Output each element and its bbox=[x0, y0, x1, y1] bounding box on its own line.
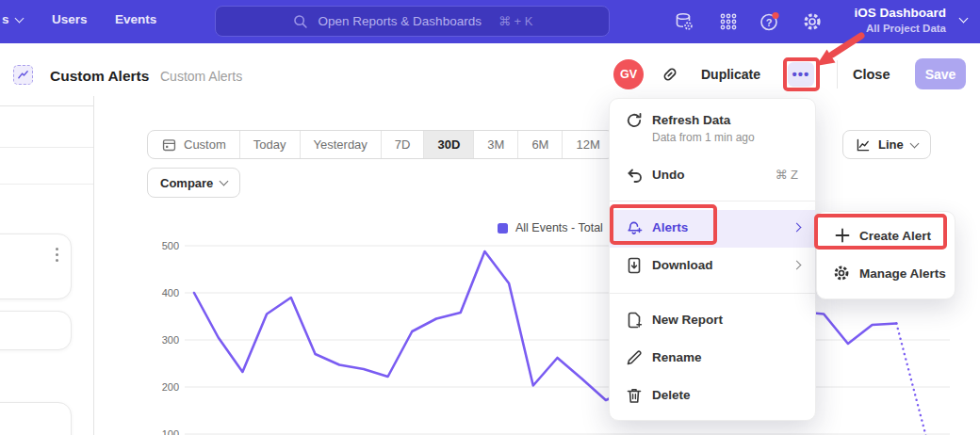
nav-truncated-label: s bbox=[2, 12, 9, 26]
more-options-button[interactable]: ••• bbox=[788, 62, 814, 87]
submenu-label-create-alert: Create Alert bbox=[859, 229, 931, 243]
page-title: Custom Alerts bbox=[50, 68, 149, 85]
line-chart-icon bbox=[856, 137, 871, 153]
close-button[interactable]: Close bbox=[853, 67, 890, 82]
sidebar-divider bbox=[0, 184, 93, 185]
sidebar-card[interactable] bbox=[0, 402, 72, 435]
project-selector[interactable]: iOS Dashboard All Project Data bbox=[854, 6, 946, 34]
chevron-down-icon bbox=[220, 177, 229, 186]
chart-type-button[interactable]: Line bbox=[842, 130, 931, 159]
range-30d-selected[interactable]: 30D bbox=[423, 131, 473, 158]
search-icon bbox=[292, 13, 309, 30]
range-6m[interactable]: 6M bbox=[517, 131, 562, 158]
rename-pencil-icon bbox=[625, 348, 644, 367]
new-report-icon bbox=[625, 311, 644, 330]
range-12m[interactable]: 12M bbox=[562, 131, 612, 158]
sidebar-card[interactable] bbox=[0, 234, 72, 299]
svg-text:?: ? bbox=[766, 17, 773, 28]
range-3m[interactable]: 3M bbox=[473, 131, 517, 158]
sidebar-divider bbox=[0, 147, 93, 148]
date-range-segmented-control: Custom Today Yesterday 7D 30D 3M 6M 12M bbox=[147, 130, 614, 159]
svg-text:500: 500 bbox=[162, 240, 179, 251]
sidebar-divider bbox=[0, 105, 93, 106]
svg-text:300: 300 bbox=[162, 334, 179, 346]
search-shortcut: ⌘ + K bbox=[498, 14, 533, 28]
menu-shortcut-undo: ⌘ Z bbox=[775, 168, 798, 182]
save-button[interactable]: Save bbox=[915, 58, 966, 89]
sidebar-right-border bbox=[93, 95, 94, 435]
svg-text:200: 200 bbox=[162, 381, 179, 393]
compare-label: Compare bbox=[160, 176, 213, 190]
report-options-menu: Refresh Data Data from 1 min ago Undo ⌘ … bbox=[609, 98, 816, 421]
chevron-down-icon bbox=[909, 138, 919, 148]
menu-label-new-report: New Report bbox=[652, 313, 723, 327]
header-divider bbox=[837, 60, 838, 89]
refresh-icon bbox=[625, 111, 644, 130]
alerts-bell-icon bbox=[625, 218, 644, 237]
chevron-down-icon bbox=[14, 13, 24, 23]
menu-divider bbox=[610, 293, 815, 294]
project-chevron-icon[interactable] bbox=[959, 14, 969, 24]
compare-button[interactable]: Compare bbox=[147, 168, 240, 198]
range-7d[interactable]: 7D bbox=[381, 131, 424, 158]
nav-item-truncated[interactable]: s bbox=[2, 12, 23, 26]
report-type-icon bbox=[13, 65, 33, 85]
menu-label-undo: Undo bbox=[652, 168, 685, 182]
settings-gear-icon[interactable] bbox=[801, 10, 824, 33]
search-placeholder: Open Reports & Dashboards bbox=[318, 14, 482, 28]
range-label: Custom bbox=[184, 137, 226, 152]
legend-label: All Events - Total bbox=[515, 221, 603, 234]
kebab-menu-icon[interactable] bbox=[56, 248, 58, 262]
app-window: 500400300200100 All Events - Total s Use… bbox=[0, 0, 980, 435]
legend-marker bbox=[498, 223, 508, 234]
share-link-icon[interactable] bbox=[661, 65, 679, 84]
apps-grid-icon[interactable] bbox=[717, 10, 740, 33]
menu-label-delete: Delete bbox=[652, 388, 691, 402]
menu-label-rename: Rename bbox=[652, 350, 702, 364]
plus-icon bbox=[833, 226, 852, 245]
sidebar-card[interactable] bbox=[0, 311, 72, 350]
submenu-label-manage-alerts: Manage Alerts bbox=[859, 266, 946, 281]
menu-subtitle-refresh: Data from 1 min ago bbox=[652, 131, 755, 144]
menu-label-alerts: Alerts bbox=[652, 220, 688, 234]
calendar-icon bbox=[161, 137, 177, 153]
range-custom[interactable]: Custom bbox=[148, 131, 239, 158]
range-today[interactable]: Today bbox=[239, 131, 300, 158]
download-icon bbox=[625, 256, 644, 275]
alerts-submenu: Create Alert Manage Alerts bbox=[816, 211, 956, 299]
menu-divider bbox=[610, 201, 815, 201]
undo-icon bbox=[625, 166, 644, 185]
duplicate-button[interactable]: Duplicate bbox=[701, 67, 760, 82]
chart-legend: All Events - Total bbox=[498, 221, 603, 234]
help-icon[interactable]: ? bbox=[759, 10, 781, 33]
nav-item-events[interactable]: Events bbox=[115, 12, 156, 26]
delete-trash-icon bbox=[625, 386, 644, 405]
avatar[interactable]: GV bbox=[613, 59, 644, 89]
nav-item-users[interactable]: Users bbox=[52, 12, 88, 26]
data-management-icon[interactable] bbox=[673, 10, 695, 33]
svg-text:100: 100 bbox=[162, 428, 179, 435]
search-input[interactable]: Open Reports & Dashboards ⌘ + K bbox=[215, 6, 610, 37]
notification-dot bbox=[772, 12, 778, 19]
menu-label-download: Download bbox=[652, 258, 713, 272]
breadcrumb: Custom Alerts bbox=[160, 69, 242, 84]
chart-type-label: Line bbox=[878, 137, 904, 152]
svg-text:400: 400 bbox=[162, 287, 179, 298]
top-nav-bar: s Users Events Open Reports & Dashboards… bbox=[0, 0, 980, 43]
project-name: iOS Dashboard bbox=[854, 6, 946, 20]
gear-icon bbox=[832, 264, 851, 282]
menu-label-refresh: Refresh Data bbox=[652, 113, 730, 127]
range-yesterday[interactable]: Yesterday bbox=[300, 131, 381, 158]
project-scope: All Project Data bbox=[854, 23, 946, 34]
